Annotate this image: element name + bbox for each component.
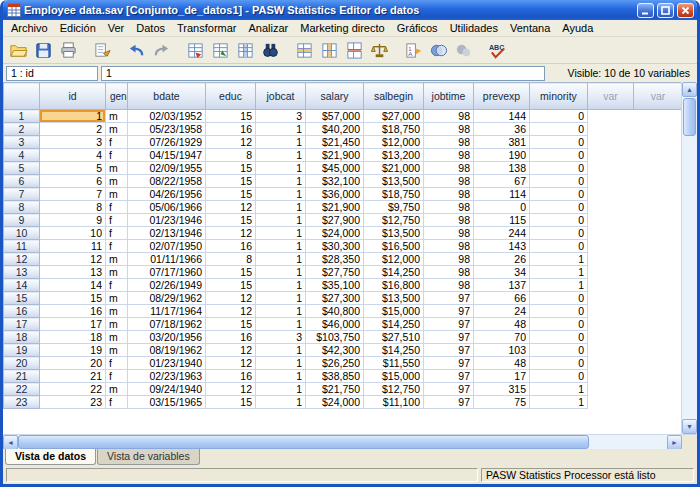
insert-variable-icon[interactable] <box>317 38 342 62</box>
cell[interactable] <box>588 136 634 149</box>
horizontal-scroll-thumb[interactable] <box>18 435 589 449</box>
cell[interactable]: $11,550 <box>364 357 424 370</box>
cell[interactable]: f <box>106 149 128 162</box>
cell[interactable]: f <box>106 136 128 149</box>
cell[interactable]: 02/23/1963 <box>128 370 206 383</box>
cell[interactable]: 08/19/1962 <box>128 344 206 357</box>
cell[interactable] <box>588 396 634 409</box>
cell[interactable] <box>588 318 634 331</box>
cell[interactable]: 11 <box>40 240 106 253</box>
cell[interactable]: 12 <box>206 201 256 214</box>
cell[interactable]: $21,000 <box>364 162 424 175</box>
column-header-jobtime[interactable]: jobtime <box>424 83 474 110</box>
cell[interactable]: $42,300 <box>306 344 364 357</box>
cell[interactable]: 1 <box>256 123 306 136</box>
cell[interactable]: 16 <box>206 240 256 253</box>
cell[interactable]: $21,900 <box>306 149 364 162</box>
cell[interactable]: 0 <box>530 240 588 253</box>
cell[interactable]: 17 <box>40 318 106 331</box>
cell[interactable]: 12 <box>206 227 256 240</box>
cell[interactable]: 16 <box>40 305 106 318</box>
cell[interactable]: $30,300 <box>306 240 364 253</box>
cell[interactable]: m <box>106 383 128 396</box>
cell[interactable]: $13,500 <box>364 175 424 188</box>
cell[interactable] <box>634 318 682 331</box>
cell[interactable]: 4 <box>40 149 106 162</box>
cell[interactable]: 05/06/1966 <box>128 201 206 214</box>
cell[interactable]: 08/22/1958 <box>128 175 206 188</box>
cell[interactable] <box>588 110 634 123</box>
row-number[interactable]: 6 <box>4 175 40 188</box>
cell[interactable]: $35,100 <box>306 279 364 292</box>
app-icon[interactable] <box>7 3 21 17</box>
cell[interactable]: $103,750 <box>306 331 364 344</box>
cell[interactable]: 144 <box>474 110 530 123</box>
column-header-minority[interactable]: minority <box>530 83 588 110</box>
cell[interactable]: m <box>106 266 128 279</box>
cell[interactable]: 1 <box>256 240 306 253</box>
cell[interactable]: 1 <box>256 201 306 214</box>
cell[interactable]: 0 <box>530 357 588 370</box>
cell[interactable]: 0 <box>530 162 588 175</box>
cell[interactable]: 11/17/1964 <box>128 305 206 318</box>
column-header-prevexp[interactable]: prevexp <box>474 83 530 110</box>
cell[interactable]: 17 <box>474 370 530 383</box>
cell[interactable]: 12 <box>206 136 256 149</box>
cell[interactable]: 98 <box>424 227 474 240</box>
cell[interactable]: 16 <box>206 331 256 344</box>
dialog-recall-icon[interactable] <box>90 38 115 62</box>
cell[interactable]: $11,100 <box>364 396 424 409</box>
cell[interactable]: 08/29/1962 <box>128 292 206 305</box>
cell[interactable]: 0 <box>530 227 588 240</box>
cell[interactable]: 8 <box>206 253 256 266</box>
cell[interactable]: 98 <box>424 214 474 227</box>
cell[interactable]: 09/24/1940 <box>128 383 206 396</box>
cell[interactable]: $14,250 <box>364 318 424 331</box>
cell[interactable] <box>634 370 682 383</box>
cell[interactable] <box>588 149 634 162</box>
cell[interactable] <box>588 331 634 344</box>
save-icon[interactable] <box>31 38 56 62</box>
cell[interactable]: $38,850 <box>306 370 364 383</box>
cell[interactable]: 115 <box>474 214 530 227</box>
cell[interactable] <box>588 227 634 240</box>
cell[interactable]: 98 <box>424 110 474 123</box>
cell[interactable]: 98 <box>424 240 474 253</box>
menu-datos[interactable]: Datos <box>130 21 171 35</box>
cell[interactable]: 15 <box>206 175 256 188</box>
column-header-gender[interactable]: gender <box>106 83 128 110</box>
cell[interactable]: 1 <box>530 253 588 266</box>
cell[interactable] <box>634 240 682 253</box>
cell[interactable]: 22 <box>40 383 106 396</box>
cell[interactable]: 0 <box>530 214 588 227</box>
cell[interactable]: 15 <box>206 318 256 331</box>
cell[interactable]: 103 <box>474 344 530 357</box>
cell[interactable]: 1 <box>256 214 306 227</box>
cell[interactable]: $21,450 <box>306 136 364 149</box>
cell[interactable]: 0 <box>530 110 588 123</box>
cell[interactable]: 138 <box>474 162 530 175</box>
cell[interactable]: 5 <box>40 162 106 175</box>
row-number[interactable]: 17 <box>4 318 40 331</box>
cell[interactable]: m <box>106 305 128 318</box>
column-header-jobcat[interactable]: jobcat <box>256 83 306 110</box>
cell[interactable]: 15 <box>206 396 256 409</box>
cell[interactable]: f <box>106 214 128 227</box>
cell[interactable] <box>588 370 634 383</box>
cell[interactable] <box>634 214 682 227</box>
cell[interactable]: 10 <box>40 227 106 240</box>
cell[interactable]: $26,250 <box>306 357 364 370</box>
row-number[interactable]: 8 <box>4 201 40 214</box>
cell[interactable]: 14 <box>40 279 106 292</box>
cell[interactable]: $16,800 <box>364 279 424 292</box>
cell[interactable]: 0 <box>530 149 588 162</box>
row-number[interactable]: 7 <box>4 188 40 201</box>
cell[interactable]: 1 <box>256 149 306 162</box>
cell[interactable]: 01/11/1966 <box>128 253 206 266</box>
cell[interactable]: 20 <box>40 357 106 370</box>
use-variable-sets-icon[interactable] <box>426 38 451 62</box>
cell[interactable] <box>588 292 634 305</box>
cell[interactable]: f <box>106 201 128 214</box>
undo-icon[interactable] <box>124 38 149 62</box>
cell[interactable]: 1 <box>530 383 588 396</box>
